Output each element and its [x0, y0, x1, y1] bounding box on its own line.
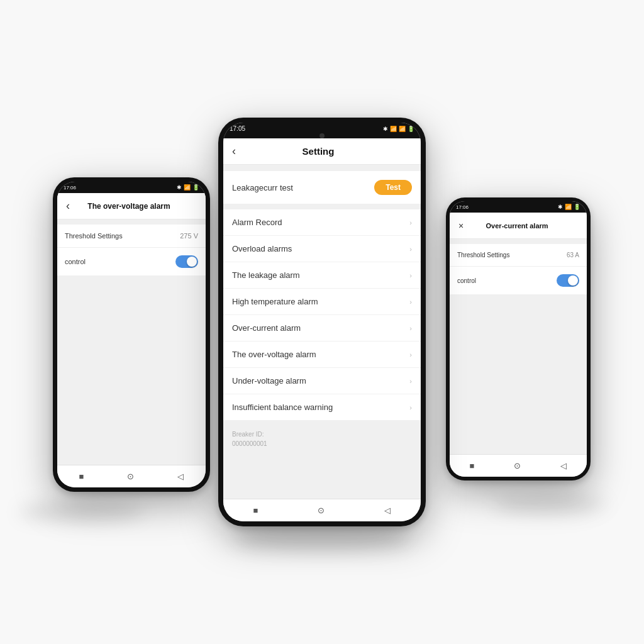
chevron-icon: › [409, 219, 412, 226]
time-center: 17:05 [230, 125, 245, 132]
chevron-icon: › [409, 245, 412, 253]
breaker-id-label: Breaker ID: [232, 431, 264, 438]
chevron-icon: › [409, 404, 412, 411]
time-right: 17:06 [456, 204, 469, 210]
menu-item-leakage[interactable]: The leakage alarm › [223, 262, 421, 289]
breaker-info: Breaker ID: 0000000001 [223, 421, 421, 457]
nav-circle-icon[interactable]: ⊙ [318, 506, 325, 515]
bottom-nav-center: ■ ⊙ ◁ [223, 499, 421, 521]
breaker-id-value: 0000000001 [232, 440, 267, 447]
nav-back-icon-left[interactable]: ◁ [177, 472, 184, 481]
nav-bar-left: ‹ The over-voltage alarm [57, 193, 206, 219]
status-bar-left: 17:06 ✱ 📶 🔋 [57, 182, 206, 193]
nav-back-icon-right[interactable]: ◁ [560, 461, 567, 470]
control-row-right: control [450, 267, 587, 294]
screen-body-center: Leakagecurr test Test Alarm Record › Ove… [223, 165, 421, 499]
chevron-icon: › [409, 377, 412, 385]
phone-right: 17:06 ✱ 📶 🔋 × Over-current alarm Thresho… [446, 197, 591, 480]
chevron-icon: › [409, 325, 412, 332]
menu-item-label: Over-current alarm [232, 323, 301, 333]
control-label-right: control [457, 277, 476, 284]
menu-item-overload[interactable]: Overload alarms › [223, 236, 421, 262]
menu-item-label: The leakage alarm [232, 270, 300, 280]
menu-item-alarm-record[interactable]: Alarm Record › [223, 209, 421, 236]
chevron-icon: › [409, 298, 412, 306]
menu-item-label: The over-voltage alarm [232, 350, 316, 359]
nav-title-right: Over-current alarm [464, 222, 570, 230]
nav-back-icon[interactable]: ◁ [384, 506, 391, 515]
control-toggle-right[interactable] [557, 274, 579, 287]
threshold-row-left: Threshold Settings 275 V [57, 225, 206, 248]
test-button[interactable]: Test [374, 180, 412, 195]
bottom-nav-left: ■ ⊙ ◁ [57, 465, 206, 487]
chevron-icon: › [409, 272, 412, 279]
nav-square-icon-right[interactable]: ■ [470, 461, 475, 470]
time-left: 17:06 [64, 185, 76, 191]
camera-dot [319, 133, 325, 138]
phone-left: 17:06 ✱ 📶 🔋 ‹ The over-voltage alarm Thr… [53, 177, 210, 492]
nav-square-icon-left[interactable]: ■ [79, 472, 84, 481]
screen-body-left: Threshold Settings 275 V control [57, 219, 206, 465]
menu-item-label: Under-voltage alarm [232, 376, 306, 386]
control-row-left: control [57, 248, 206, 275]
menu-item-label: Overload alarms [232, 244, 292, 253]
chevron-icon: › [409, 351, 412, 358]
threshold-value-right: 63 A [567, 252, 579, 258]
status-icons-left: ✱ 📶 🔋 [177, 184, 199, 191]
nav-bar-center: ‹ Setting [223, 138, 421, 165]
phone-center: 17:05 ✱ 📶 📶 🔋 ‹ Setting Leakagecurr test… [218, 118, 426, 526]
menu-item-overcurrent[interactable]: Over-current alarm › [223, 315, 421, 341]
threshold-row-right: Threshold Settings 63 A [450, 244, 587, 267]
threshold-value-left: 275 V [180, 232, 198, 240]
setting-menu-list: Alarm Record › Overload alarms › The lea… [223, 209, 421, 421]
leakage-label: Leakagecurr test [232, 183, 293, 192]
menu-item-high-temp[interactable]: High temperature alarm › [223, 289, 421, 315]
nav-circle-icon-right[interactable]: ⊙ [514, 461, 521, 470]
menu-item-label: High temperature alarm [232, 297, 318, 306]
bottom-nav-right: ■ ⊙ ◁ [450, 454, 587, 477]
nav-title-center: Setting [236, 146, 401, 157]
nav-bar-right: × Over-current alarm [450, 213, 587, 239]
control-label-left: control [65, 258, 86, 265]
threshold-label-left: Threshold Settings [65, 232, 123, 240]
menu-item-undervoltage[interactable]: Under-voltage alarm › [223, 368, 421, 394]
threshold-label-right: Threshold Settings [457, 252, 509, 258]
control-toggle-left[interactable] [175, 255, 198, 268]
menu-item-overvoltage[interactable]: The over-voltage alarm › [223, 341, 421, 368]
menu-item-label: Alarm Record [232, 218, 282, 227]
status-icons-center: ✱ 📶 📶 🔋 [383, 126, 414, 132]
nav-circle-icon-left[interactable]: ⊙ [127, 472, 134, 481]
nav-square-icon[interactable]: ■ [253, 506, 258, 515]
nav-title-left: The over-voltage alarm [70, 202, 188, 211]
leakage-row: Leakagecurr test Test [223, 171, 421, 204]
menu-item-label: Insufficient balance warning [232, 402, 333, 412]
back-button-right[interactable]: × [458, 221, 464, 231]
status-icons-right: ✱ 📶 🔋 [558, 204, 580, 210]
status-bar-right: 17:06 ✱ 📶 🔋 [450, 201, 587, 213]
menu-item-balance[interactable]: Insufficient balance warning › [223, 394, 421, 421]
screen-body-right: Threshold Settings 63 A control [450, 239, 587, 454]
